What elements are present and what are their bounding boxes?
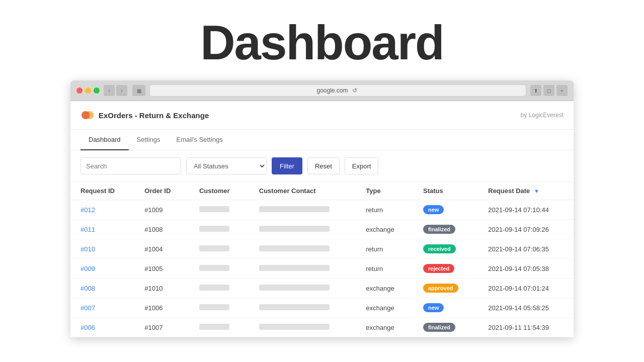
request-id-link[interactable]: #012 — [80, 206, 95, 214]
cell-date: 2021-09-14 07:05:38 — [478, 259, 574, 279]
table-row: #009#1005returnrejected2021-09-14 07:05:… — [70, 259, 574, 279]
dot-close[interactable] — [76, 87, 83, 94]
url-text: google.com — [316, 87, 348, 94]
cell-status: new — [413, 298, 478, 318]
customer-contact-placeholder — [259, 324, 330, 330]
cell-customer-contact — [249, 259, 356, 279]
request-id-link[interactable]: #006 — [80, 324, 95, 331]
col-status: Status — [413, 182, 478, 200]
customer-placeholder — [199, 304, 229, 310]
browser-actions: ⬆ ◻ + — [530, 85, 568, 96]
search-input[interactable] — [80, 157, 181, 174]
view-button[interactable]: ▦ — [132, 85, 145, 96]
customer-placeholder — [199, 226, 229, 232]
cell-date: 2021-09-14 07:06:35 — [478, 239, 574, 259]
cell-type: exchange — [356, 220, 413, 239]
filters-row: All Statuses new finalized received reje… — [70, 150, 574, 182]
cell-date: 2021-09-14 07:10:44 — [478, 200, 574, 220]
col-request-id: Request ID — [70, 182, 134, 200]
customer-contact-placeholder — [259, 206, 330, 212]
status-badge: finalized — [423, 225, 455, 234]
refresh-button[interactable]: ↺ — [350, 86, 359, 95]
col-customer-contact: Customer Contact — [249, 182, 356, 200]
customer-placeholder — [199, 324, 229, 330]
status-badge: new — [423, 303, 444, 312]
col-request-date[interactable]: Request Date ▼ — [478, 182, 574, 200]
request-id-link[interactable]: #011 — [80, 226, 95, 233]
col-type: Type — [356, 182, 413, 200]
cell-order-id: #1008 — [134, 220, 189, 239]
status-badge: rejected — [423, 264, 454, 273]
customer-contact-placeholder — [259, 226, 330, 232]
cell-type: exchange — [356, 298, 413, 318]
table-row: #006#1007exchangefinalized2021-09-11 11:… — [70, 318, 574, 337]
tab-emails-settings[interactable]: Email's Settings — [169, 130, 231, 150]
customer-placeholder — [199, 245, 229, 251]
cell-customer — [189, 220, 249, 239]
customer-placeholder — [199, 265, 229, 271]
cell-date: 2021-09-14 05:58:25 — [478, 298, 574, 318]
table-row: #011#1008exchangefinalized2021-09-14 07:… — [70, 220, 574, 239]
cell-customer-contact — [249, 318, 356, 337]
export-button[interactable]: Export — [345, 157, 379, 174]
cell-request-id: #009 — [70, 259, 134, 279]
address-bar[interactable]: google.com ↺ — [149, 84, 526, 97]
dot-maximize[interactable] — [94, 87, 100, 94]
back-button[interactable]: ‹ — [104, 85, 115, 96]
cell-request-id: #008 — [70, 279, 134, 298]
tab-settings[interactable]: Settings — [129, 130, 169, 150]
data-table: Request ID Order ID Customer Customer Co… — [70, 182, 574, 337]
filter-button[interactable]: Filter — [272, 157, 302, 174]
browser-toolbar: ‹ › ▦ google.com ↺ ⬆ ◻ + — [70, 80, 574, 101]
cell-customer-contact — [249, 239, 356, 259]
customer-contact-placeholder — [259, 304, 330, 310]
cell-order-id: #1005 — [134, 259, 189, 279]
cell-customer — [189, 259, 249, 279]
cell-status: received — [413, 239, 478, 259]
browser-dots — [76, 87, 100, 94]
request-id-link[interactable]: #007 — [80, 304, 95, 312]
cell-date: 2021-09-14 07:09:26 — [478, 220, 574, 239]
status-select[interactable]: All Statuses new finalized received reje… — [186, 157, 267, 174]
request-id-link[interactable]: #009 — [80, 265, 95, 273]
app-logo: ExOrders - Return & Exchange — [80, 108, 209, 122]
customer-placeholder — [199, 285, 229, 291]
cell-order-id: #1009 — [134, 200, 189, 220]
table-row: #008#1010exchangeapproved2021-09-14 07:0… — [70, 279, 574, 298]
cell-customer-contact — [249, 298, 356, 318]
browser-nav: ‹ › — [104, 85, 127, 96]
cell-type: return — [356, 200, 413, 220]
cell-customer — [189, 239, 249, 259]
cell-customer — [189, 279, 249, 298]
page-title-section: Dashboard — [0, 0, 644, 80]
table-header-row: Request ID Order ID Customer Customer Co… — [70, 182, 574, 200]
sort-desc-icon: ▼ — [534, 188, 539, 194]
cell-status: new — [413, 200, 478, 220]
cell-request-id: #007 — [70, 298, 134, 318]
col-order-id: Order ID — [134, 182, 189, 200]
cell-customer-contact — [249, 220, 356, 239]
app-by-label: by LogicEverest — [521, 112, 564, 119]
table-row: #012#1009returnnew2021-09-14 07:10:44 — [70, 200, 574, 220]
cell-order-id: #1004 — [134, 239, 189, 259]
cell-order-id: #1007 — [134, 318, 189, 337]
cell-status: approved — [413, 279, 478, 298]
cell-customer-contact — [249, 279, 356, 298]
cell-request-id: #006 — [70, 318, 134, 337]
share-button[interactable]: ⬆ — [530, 85, 541, 96]
tab-dashboard[interactable]: Dashboard — [80, 130, 129, 150]
app-nav: Dashboard Settings Email's Settings — [70, 130, 574, 150]
cell-status: finalized — [413, 220, 478, 239]
cell-customer — [189, 200, 249, 220]
request-id-link[interactable]: #010 — [80, 245, 95, 253]
page-title: Dashboard — [0, 15, 644, 70]
reset-button[interactable]: Reset — [307, 157, 340, 174]
request-id-link[interactable]: #008 — [80, 285, 95, 292]
dot-minimize[interactable] — [85, 87, 91, 94]
svg-point-2 — [86, 112, 90, 119]
add-tab-button[interactable]: ◻ — [543, 85, 554, 96]
cell-request-id: #012 — [70, 200, 134, 220]
customer-contact-placeholder — [259, 265, 330, 271]
forward-button[interactable]: › — [116, 85, 127, 96]
more-button[interactable]: + — [556, 85, 568, 96]
